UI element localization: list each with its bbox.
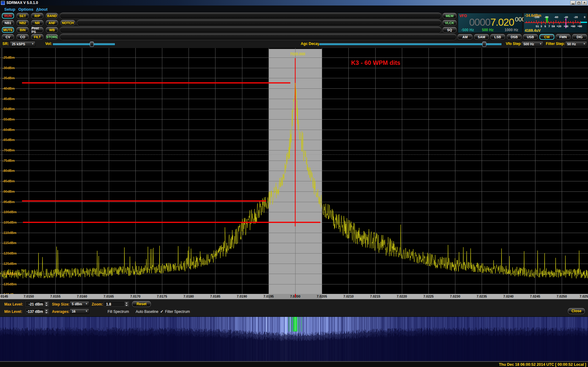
- volume-slider[interactable]: [53, 43, 115, 46]
- agc-decay-slider-handle[interactable]: [482, 42, 486, 47]
- sample-rate-value: 25 kSPS: [12, 42, 25, 46]
- volume-slider-handle[interactable]: [90, 42, 94, 47]
- button-sq[interactable]: SQ: [443, 27, 457, 33]
- button-mute[interactable]: MUTE: [2, 27, 14, 33]
- button-mem[interactable]: MEM: [443, 13, 457, 19]
- spectrum-canvas[interactable]: [0, 48, 588, 294]
- x-axis-label: 7.0245: [530, 295, 540, 298]
- max-level-spinbox[interactable]: -21 dBm: [26, 301, 49, 307]
- close-button[interactable]: Close: [568, 308, 585, 314]
- restore-icon: [578, 2, 580, 4]
- vfo-label: VFO: [459, 14, 467, 18]
- spectrum-controls: Max Level: -21 dBm Step Size: 5 dBm ▼ Zo…: [0, 299, 588, 317]
- y-axis-label: -95dBm: [2, 200, 15, 204]
- x-axis-label: 7.0160: [77, 295, 87, 298]
- button-r-p[interactable]: R/P: [31, 13, 43, 19]
- spinner-arrows-icon[interactable]: [44, 309, 49, 314]
- button-cv-label: CV: [6, 35, 10, 39]
- auto-baseline-option[interactable]: Auto Baseline: [136, 310, 158, 314]
- minimize-icon: [572, 4, 574, 4]
- s-meter-bottom-scale-label: +20: [557, 25, 561, 28]
- spinner-arrows-icon[interactable]: [124, 302, 129, 306]
- sample-rate-dropdown[interactable]: 25 kSPS ▼: [10, 41, 35, 46]
- mode-button-usb-label: USB: [527, 35, 534, 39]
- button-bin[interactable]: BIN: [17, 27, 29, 33]
- vfo-freq-prefix: 0000: [469, 17, 490, 28]
- y-axis-label: -45dBm: [2, 97, 15, 101]
- averages-dropdown[interactable]: 16 ▼: [70, 309, 89, 314]
- s-meter-tick: [570, 21, 571, 22]
- mode-button-dig-label: DIG: [577, 35, 583, 39]
- button-wb[interactable]: WB: [46, 27, 58, 33]
- agc-decay-slider[interactable]: [319, 43, 502, 46]
- button-cv[interactable]: CV: [2, 34, 14, 40]
- button-notch[interactable]: NOTCH: [61, 20, 75, 26]
- waterfall-canvas[interactable]: [0, 317, 588, 361]
- mode-button-usb[interactable]: USB: [523, 34, 538, 40]
- min-level-spinbox[interactable]: -137 dBm: [26, 309, 49, 314]
- fill-spectrum-option[interactable]: Fill Spectrum: [108, 310, 129, 314]
- filter-step-value: 50 Hz: [567, 42, 576, 46]
- step-size-dropdown[interactable]: 5 dBm ▼: [70, 301, 89, 306]
- x-axis-label: 7.0205: [317, 295, 327, 298]
- mode-button-dsb[interactable]: DSB: [507, 34, 522, 40]
- button-nb2-label: NB2: [19, 21, 26, 25]
- vfo-frequency[interactable]: 00007.020000.0: [469, 16, 530, 28]
- mode-button-sam[interactable]: SAM: [474, 34, 489, 40]
- reset-button[interactable]: Reset: [132, 301, 151, 307]
- y-axis-label: -60dBm: [2, 128, 15, 132]
- button-post-ps[interactable]: Post PS: [31, 27, 43, 33]
- button-vlck-label: VLCK: [445, 21, 454, 25]
- y-axis-label: -105dBm: [2, 221, 17, 224]
- button-band[interactable]: BAND: [46, 13, 58, 19]
- settings-toolbar: SR: 25 kSPS ▼ Vol: Agc Decay: Vfo Step: …: [0, 41, 588, 48]
- statusbar: Thu Dec 18 06:00:52 2014 UTC [ 00:00:52 …: [0, 361, 588, 367]
- mode-button-fmn[interactable]: FMN: [556, 34, 571, 40]
- mode-button-am[interactable]: AM: [458, 34, 472, 40]
- restore-button[interactable]: [576, 1, 581, 5]
- button-store[interactable]: STORE: [46, 34, 58, 40]
- menu-item-options[interactable]: Options: [18, 7, 33, 12]
- filter-step-label: Filter Step:: [546, 42, 565, 46]
- s-meter-bottom-scale-label: +40: [564, 25, 568, 28]
- y-axis-label: -50dBm: [2, 107, 15, 111]
- button-nb2[interactable]: NB2: [17, 20, 29, 26]
- x-axis-label: 7.0175: [157, 295, 167, 298]
- button-co[interactable]: CO: [17, 34, 29, 40]
- button-set-label: SET: [19, 14, 26, 18]
- filter-spectrum-option[interactable]: Filter Spectrum: [165, 310, 190, 314]
- s-meter-tick: [558, 21, 559, 22]
- filter-spectrum-checkmark-icon[interactable]: ✓: [160, 309, 164, 314]
- vfo-freq-main: 7.020: [490, 17, 514, 28]
- step-size-value: 5 dBm: [72, 302, 82, 306]
- button-nb1-label: NB1: [5, 21, 11, 25]
- vfo-step-dropdown[interactable]: 500 Hz ▼: [521, 41, 543, 46]
- mode-button-am-label: AM: [462, 35, 468, 39]
- zoom-spinbox[interactable]: 1.8: [104, 301, 129, 307]
- close-icon: ×: [584, 1, 586, 4]
- mode-button-cw[interactable]: CW: [539, 34, 554, 40]
- filter-step-dropdown[interactable]: 50 Hz ▼: [565, 41, 587, 46]
- spinner-arrows-icon[interactable]: [44, 302, 49, 306]
- s-meter-tick: [580, 21, 581, 22]
- button-nr[interactable]: NR: [31, 20, 43, 26]
- x-axis-label: 7.0250: [557, 295, 567, 298]
- button-run[interactable]: RUN: [2, 13, 14, 19]
- button-band-label: BAND: [47, 14, 57, 18]
- button-set[interactable]: SET: [17, 13, 29, 19]
- mode-button-dig[interactable]: DIG: [572, 34, 587, 40]
- chevron-down-icon: ▼: [583, 43, 586, 45]
- s-meter-tick: [526, 21, 527, 22]
- y-axis-label: -90dBm: [2, 190, 15, 193]
- button-nb1[interactable]: NB1: [2, 20, 14, 26]
- menu-item-setup[interactable]: Setup: [4, 7, 15, 12]
- mode-button-lsb[interactable]: LSB: [490, 34, 505, 40]
- minimize-button[interactable]: [570, 1, 575, 5]
- button-anf[interactable]: ANF: [46, 20, 58, 26]
- button-filt[interactable]: FILT: [31, 34, 43, 40]
- menu-item-about[interactable]: About: [36, 7, 48, 12]
- close-window-button[interactable]: ×: [582, 1, 587, 5]
- vfo-display[interactable]: VFO 00007.020000.0 -500 Hz 500 Hz 1000 H…: [458, 13, 523, 33]
- s-meter-tick: [573, 21, 573, 22]
- button-vlck[interactable]: VLCK: [443, 20, 457, 26]
